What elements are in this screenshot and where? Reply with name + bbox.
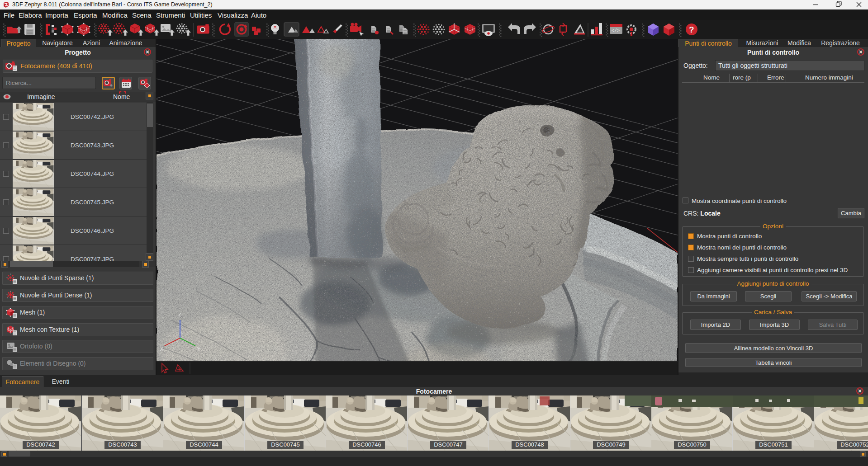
svg-text:Y: Y — [197, 346, 201, 352]
svg-text:X: X — [160, 346, 164, 352]
svg-text:Z: Z — [178, 312, 181, 317]
svg-text:?: ? — [689, 25, 694, 34]
svg-text:</>: </> — [612, 28, 620, 33]
